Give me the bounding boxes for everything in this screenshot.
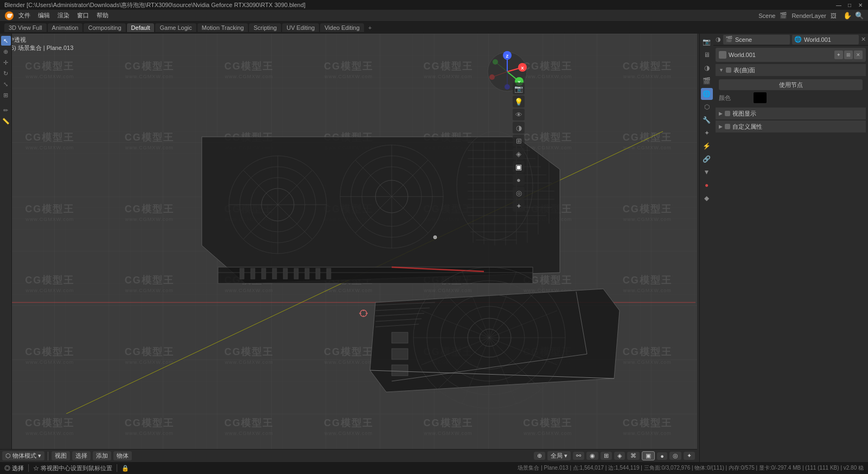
svg-point-2 bbox=[10, 14, 12, 16]
tab-video-editing[interactable]: Video Editing bbox=[320, 23, 364, 32]
minimize-button[interactable]: — bbox=[835, 2, 842, 8]
prop-output-icon[interactable]: 🖥 bbox=[701, 49, 713, 61]
solid-shading-btn[interactable]: ● bbox=[657, 452, 667, 460]
svg-point-105 bbox=[505, 84, 510, 90]
menu-render[interactable]: 渲染 bbox=[54, 10, 73, 21]
tab-compositing[interactable]: Compositing bbox=[84, 23, 125, 32]
prop-constraint-icon[interactable]: 🔗 bbox=[701, 153, 713, 165]
tool-select[interactable]: ↖ bbox=[1, 36, 11, 46]
show-gizmo-btn[interactable]: ⊞ bbox=[601, 452, 612, 460]
status-info-text: 场景集合 | Plane.013 | 点:1,564,017 | 边:1,544… bbox=[518, 464, 864, 472]
add-workspace-button[interactable]: + bbox=[365, 23, 375, 32]
viewport-shading-icon[interactable]: ◑ bbox=[513, 122, 525, 134]
status-lock-icon: 🔒 bbox=[122, 465, 129, 472]
selection-info-label: (126) 场景集合 | Plane.013 bbox=[2, 44, 73, 52]
add-menu-btn[interactable]: 添加 bbox=[93, 451, 111, 460]
viewport-light-icon[interactable]: 💡 bbox=[513, 96, 525, 108]
view-menu-btn[interactable]: 视图 bbox=[52, 451, 70, 460]
interaction-mode-selector[interactable]: ⬡ 物体模式 ▾ bbox=[2, 451, 44, 460]
tool-scale[interactable]: ⤡ bbox=[1, 79, 11, 89]
viewport-display-section-header[interactable]: ▶ 视图显示 bbox=[716, 108, 866, 119]
world-delete-button[interactable]: ✕ bbox=[854, 50, 863, 59]
viewport-wireframe-icon[interactable]: ▣ bbox=[513, 161, 525, 173]
wireframe-shading-btn[interactable]: ▣ bbox=[642, 451, 655, 460]
prop-physics-icon[interactable]: ⚡ bbox=[701, 140, 713, 152]
view-layer-close-icon[interactable]: ✕ bbox=[861, 36, 866, 43]
prop-scene-icon[interactable]: 🎬 bbox=[701, 75, 713, 87]
surface-section-content: 使用节点 颜色 bbox=[716, 77, 866, 108]
tool-cursor[interactable]: ⊕ bbox=[1, 47, 11, 56]
tab-motion-tracking[interactable]: Motion Tracking bbox=[197, 23, 248, 32]
tab-uv-editing[interactable]: UV Editing bbox=[282, 23, 319, 32]
prop-view-layer-icon[interactable]: ◑ bbox=[701, 62, 713, 74]
header-search-icon[interactable]: 🔍 bbox=[855, 11, 864, 20]
menu-edit[interactable]: 编辑 bbox=[35, 10, 53, 21]
prop-render-icon[interactable]: 📷 bbox=[701, 36, 713, 48]
maximize-button[interactable]: □ bbox=[846, 2, 853, 8]
viewport-visibility-icon[interactable]: 👁 bbox=[513, 109, 525, 121]
status-separator-2 bbox=[117, 464, 117, 472]
snap-btn[interactable]: ⚯ bbox=[573, 452, 584, 460]
window-controls[interactable]: — □ ✕ bbox=[835, 2, 864, 8]
viewport-solid-icon[interactable]: ● bbox=[513, 174, 525, 186]
status-select-btn[interactable]: ◎ 选择 bbox=[4, 464, 24, 472]
properties-icon-sidebar: 📷 🖥 ◑ 🎬 🌐 ⬡ 🔧 ✦ ⚡ 🔗 ▼ ● ◆ bbox=[699, 34, 713, 462]
tab-default[interactable]: Default bbox=[127, 23, 155, 32]
mode-icon: ⬡ bbox=[5, 452, 11, 459]
viewport[interactable]: CG模型王www.CGMXW.com CG模型王www.CGMXW.com CG… bbox=[0, 34, 697, 462]
proportional-edit-btn[interactable]: ◉ bbox=[586, 452, 598, 460]
prop-particles-icon[interactable]: ✦ bbox=[701, 127, 713, 139]
transform-origin-btn[interactable]: ⊕ bbox=[534, 452, 545, 460]
world-selector[interactable]: 🌐 World.001 bbox=[792, 35, 859, 45]
tab-animation[interactable]: Animation bbox=[48, 23, 83, 32]
left-toolbar: ↖ ⊕ ✛ ↻ ⤡ ⊞ ✏ 📏 bbox=[0, 34, 12, 449]
scene-selector-icon: 🎬 bbox=[725, 36, 733, 43]
surface-section-header[interactable]: ▼ 表(曲)面 bbox=[716, 64, 866, 76]
viewport-rendered-icon[interactable]: ✦ bbox=[513, 200, 525, 212]
viewport-side-icons: 📷 💡 👁 ◑ ⊞ ◈ ▣ ● ◎ ✦ bbox=[513, 83, 525, 212]
svg-text:Z: Z bbox=[506, 54, 509, 59]
tool-rotate[interactable]: ↻ bbox=[1, 68, 11, 78]
menu-file[interactable]: 文件 bbox=[15, 10, 34, 21]
viewport-xray-icon[interactable]: ◈ bbox=[513, 148, 525, 160]
tool-annotate[interactable]: ✏ bbox=[1, 105, 11, 115]
rendered-shading-btn[interactable]: ✦ bbox=[684, 452, 695, 460]
toolbar-separator-1 bbox=[48, 452, 48, 460]
menu-help[interactable]: 帮助 bbox=[93, 10, 112, 21]
world-panel: World.001 ✦ ⊞ ✕ ▼ 表(曲)面 使用节点 颜色 bbox=[713, 46, 868, 136]
prop-object-icon[interactable]: ⬡ bbox=[701, 101, 713, 113]
select-menu-btn[interactable]: 选择 bbox=[72, 451, 91, 460]
custom-props-section-header[interactable]: ▶ 自定义属性 bbox=[716, 121, 866, 132]
world-new-button[interactable]: ✦ bbox=[834, 50, 843, 59]
tool-measure[interactable]: 📏 bbox=[1, 116, 11, 126]
xray-btn[interactable]: ⌘ bbox=[627, 452, 640, 460]
tab-game-logic[interactable]: Game Logic bbox=[155, 23, 196, 32]
header-render-icon: 🖼 bbox=[831, 12, 837, 19]
status-set-cursor-btn[interactable]: ☆ 将视图中心设置到鼠标位置 bbox=[33, 464, 112, 472]
prop-material-icon[interactable]: ● bbox=[701, 179, 713, 191]
close-button[interactable]: ✕ bbox=[857, 2, 864, 8]
scene-selector[interactable]: 🎬 Scene bbox=[723, 35, 790, 45]
material-shading-btn[interactable]: ◎ bbox=[669, 452, 681, 460]
tool-transform[interactable]: ⊞ bbox=[1, 90, 11, 100]
show-overlay-btn[interactable]: ◈ bbox=[614, 452, 625, 460]
prop-world-icon[interactable]: 🌐 bbox=[701, 88, 713, 100]
tab-scripting[interactable]: Scripting bbox=[249, 23, 281, 32]
tool-move[interactable]: ✛ bbox=[1, 58, 11, 67]
viewport-overlay-icon[interactable]: ⊞ bbox=[513, 135, 525, 147]
menu-window[interactable]: 窗口 bbox=[74, 10, 92, 21]
world-name-display: World.001 bbox=[804, 36, 831, 43]
color-swatch[interactable] bbox=[754, 92, 767, 103]
object-menu-btn[interactable]: 物体 bbox=[113, 451, 132, 460]
svg-point-103 bbox=[493, 59, 498, 65]
use-nodes-button[interactable]: 使用节点 bbox=[719, 79, 863, 90]
tab-3d-view-full[interactable]: 3D View Full bbox=[4, 23, 47, 32]
prop-shader-icon[interactable]: ◆ bbox=[701, 192, 713, 204]
prop-data-icon[interactable]: ▼ bbox=[701, 166, 713, 178]
prop-modifier-icon[interactable]: 🔧 bbox=[701, 114, 713, 126]
world-duplicate-button[interactable]: ⊞ bbox=[844, 50, 853, 59]
viewport-camera-icon[interactable]: 📷 bbox=[513, 83, 525, 94]
global-transform-btn[interactable]: 全局 ▾ bbox=[547, 451, 571, 460]
header-hand-icon[interactable]: ✋ bbox=[843, 11, 852, 20]
viewport-material-icon[interactable]: ◎ bbox=[513, 187, 525, 199]
